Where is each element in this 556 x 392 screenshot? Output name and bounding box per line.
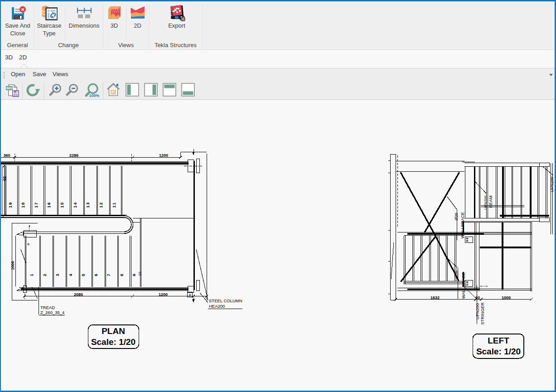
svg-text:LEFT: LEFT — [488, 336, 509, 345]
svg-text:10: 10 — [138, 271, 142, 276]
svg-text:UPN200: UPN200 — [550, 177, 554, 192]
svg-text:Z_260_35_4: Z_260_35_4 — [40, 310, 64, 315]
svg-text:PLAN: PLAN — [102, 326, 125, 336]
svg-text:60: 60 — [475, 295, 480, 300]
svg-text:11: 11 — [111, 202, 116, 208]
svg-text:TREAD: TREAD — [40, 305, 55, 310]
svg-text:7: 7 — [106, 273, 111, 276]
svg-text:100%: 100% — [89, 93, 99, 98]
svg-text:19: 19 — [8, 202, 13, 208]
svg-text:Scale: 1/20: Scale: 1/20 — [476, 347, 521, 356]
svg-text:2286: 2286 — [69, 153, 78, 158]
svg-text:12: 12 — [98, 202, 103, 208]
svg-text:1200: 1200 — [159, 292, 168, 297]
svg-text:2085: 2085 — [74, 292, 83, 297]
svg-text:15: 15 — [59, 202, 64, 208]
svg-text:1000: 1000 — [10, 261, 15, 270]
svg-text:62: 62 — [2, 176, 7, 181]
svg-text:1000: 1000 — [502, 295, 511, 300]
svg-text:3: 3 — [55, 273, 60, 276]
svg-text:9: 9 — [131, 273, 136, 276]
svg-text:4: 4 — [68, 273, 73, 276]
svg-text:8: 8 — [189, 293, 191, 297]
svg-text:1: 1 — [29, 273, 34, 276]
svg-text:UPN200: UPN200 — [483, 195, 488, 209]
svg-text:16: 16 — [46, 202, 51, 208]
svg-text:A: A — [27, 243, 30, 245]
svg-text:6: 6 — [93, 273, 98, 276]
svg-text:360: 360 — [3, 153, 10, 158]
svg-text:IMG: IMG — [6, 87, 13, 90]
svg-text:8: 8 — [119, 273, 124, 276]
svg-text:14: 14 — [73, 202, 77, 208]
svg-text:HEA200: HEA200 — [209, 304, 225, 309]
svg-text:13: 13 — [85, 202, 90, 208]
svg-text:5: 5 — [81, 273, 86, 276]
svg-text:BEAM: BEAM — [488, 195, 493, 208]
svg-text:1632: 1632 — [430, 295, 440, 300]
svg-text:1200: 1200 — [159, 153, 168, 158]
svg-text:WALLBRACE: WALLBRACE — [460, 212, 465, 238]
svg-text:17: 17 — [34, 202, 39, 208]
svg-text:UPN200: UPN200 — [475, 303, 480, 319]
svg-text:STEEL COLUMN: STEEL COLUMN — [209, 298, 242, 303]
svg-text:STRINGER: STRINGER — [480, 302, 485, 324]
svg-text:Scale: 1/20: Scale: 1/20 — [91, 337, 135, 347]
svg-text:WALLBRACE: WALLBRACE — [461, 272, 466, 299]
svg-text:Ø20: Ø20 — [454, 271, 459, 278]
svg-text:2: 2 — [42, 273, 47, 276]
svg-text:18: 18 — [20, 202, 25, 208]
svg-text:Ø20: Ø20 — [454, 213, 459, 220]
